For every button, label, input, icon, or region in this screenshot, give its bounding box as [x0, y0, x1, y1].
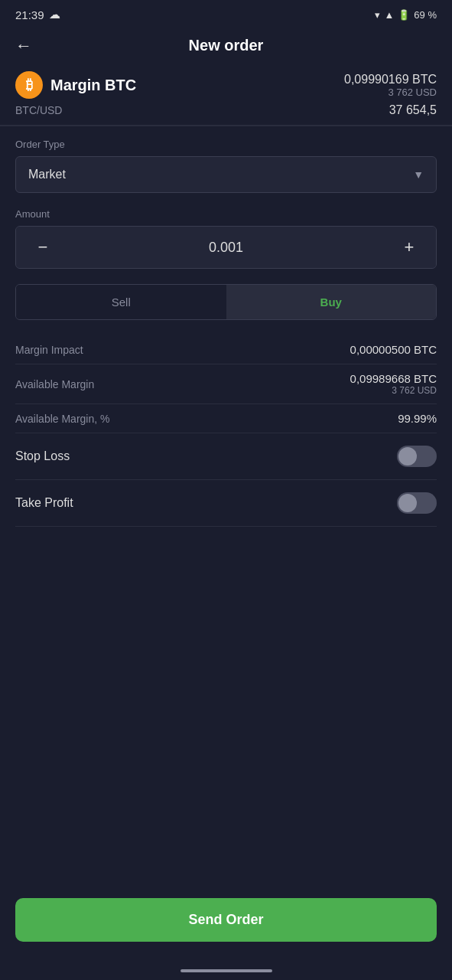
battery-icon: 🔋	[398, 9, 410, 21]
order-type-label: Order Type	[15, 139, 437, 150]
available-margin-pct-label: Available Margin, %	[15, 413, 109, 425]
wifi-icon: ▾	[375, 9, 380, 21]
buy-sell-toggle[interactable]: Sell Buy	[15, 284, 437, 320]
stop-loss-toggle[interactable]	[397, 446, 437, 467]
page-title: New order	[189, 37, 264, 54]
available-margin-usd: 3 762 USD	[350, 385, 437, 396]
btc-icon: ₿	[15, 71, 43, 99]
buy-button[interactable]: Buy	[226, 285, 437, 319]
amount-wrapper: Amount − 0.001 +	[15, 208, 437, 269]
asset-usd-amount: 3 762 USD	[344, 87, 437, 98]
order-type-select[interactable]: Market ▼	[15, 156, 437, 193]
pair-label: BTC/USD	[15, 104, 62, 116]
margin-impact-label: Margin Impact	[15, 344, 83, 356]
signal-icon: ▲	[384, 9, 394, 21]
decrement-button[interactable]: −	[16, 227, 70, 268]
stop-loss-label: Stop Loss	[15, 449, 70, 463]
asset-values: 0,09990169 BTC 3 762 USD	[344, 73, 437, 98]
margin-impact-value: 0,00000500 BTC	[350, 343, 437, 356]
bottom-indicator	[180, 969, 272, 972]
sell-button[interactable]: Sell	[16, 285, 226, 319]
amount-label: Amount	[15, 208, 437, 220]
available-margin-label: Available Margin	[15, 378, 94, 390]
available-margin-row: Available Margin 0,09989668 BTC 3 762 US…	[15, 364, 437, 404]
stop-loss-thumb	[398, 447, 417, 466]
send-order-button[interactable]: Send Order	[15, 898, 437, 942]
form-section: Order Type Market ▼ Amount − 0.001 + Sel…	[0, 126, 452, 898]
battery-text: 69 %	[414, 9, 437, 21]
margin-impact-row: Margin Impact 0,00000500 BTC	[15, 335, 437, 364]
take-profit-row: Take Profit	[15, 480, 437, 527]
asset-section: ₿ Margin BTC 0,09990169 BTC 3 762 USD BT…	[0, 62, 452, 126]
available-margin-pct-row: Available Margin, % 99.99%	[15, 404, 437, 433]
take-profit-thumb	[398, 494, 417, 512]
chevron-down-icon: ▼	[413, 168, 424, 181]
amount-value: 0.001	[70, 240, 382, 256]
available-margin-pct-value: 99.99%	[398, 412, 437, 425]
amount-control: − 0.001 +	[15, 226, 437, 269]
take-profit-toggle[interactable]	[397, 492, 437, 514]
status-time: 21:39 ☁	[15, 8, 60, 21]
asset-name: Margin BTC	[50, 77, 136, 94]
back-button[interactable]: ←	[15, 36, 32, 56]
cloud-icon: ☁	[49, 8, 60, 21]
asset-btc-amount: 0,09990169 BTC	[344, 73, 437, 87]
take-profit-label: Take Profit	[15, 496, 73, 510]
stop-loss-row: Stop Loss	[15, 433, 437, 480]
status-icons: ▾ ▲ 🔋 69 %	[375, 9, 437, 21]
increment-button[interactable]: +	[382, 227, 436, 268]
status-bar: 21:39 ☁ ▾ ▲ 🔋 69 %	[0, 0, 452, 26]
order-type-value: Market	[28, 168, 66, 181]
header: ← New order	[0, 26, 452, 62]
available-margin-btc: 0,09989668 BTC	[350, 372, 437, 385]
pair-price: 37 654,5	[389, 103, 437, 117]
time-text: 21:39	[15, 8, 44, 21]
